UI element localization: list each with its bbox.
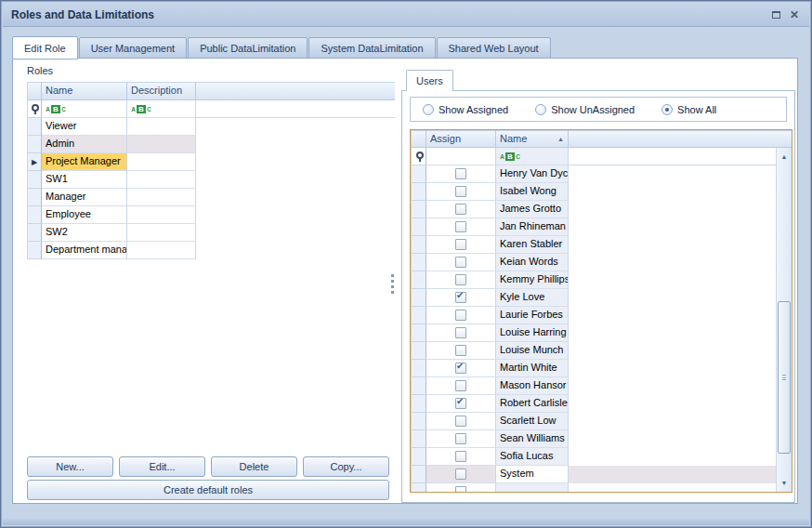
user-name-cell[interactable]: Karen Stabler — [496, 236, 569, 254]
user-name-cell[interactable]: Kyle Love — [496, 289, 569, 307]
user-assign-cell[interactable] — [426, 430, 496, 448]
role-table-row[interactable]: Admin — [27, 136, 395, 153]
delete-button[interactable]: Delete — [211, 456, 297, 477]
user-name-cell[interactable]: Kemmy Phillips — [496, 271, 569, 289]
role-name-cell[interactable]: Department mana — [42, 242, 127, 259]
roles-name-column-header[interactable]: Name — [42, 82, 127, 100]
role-table-row[interactable]: Department mana — [27, 242, 395, 259]
user-assign-cell[interactable]: ✔ — [426, 360, 496, 377]
role-table-row[interactable]: SW2 — [27, 224, 395, 242]
scroll-up-icon[interactable]: ▲ — [777, 150, 792, 164]
user-name-cell[interactable]: System — [496, 466, 569, 483]
assign-checkbox[interactable] — [455, 451, 466, 462]
user-table-row[interactable]: Sofia Lucas — [411, 448, 776, 466]
user-table-row[interactable]: Henry Van Dyc — [411, 165, 776, 183]
radio-button-icon[interactable] — [661, 104, 673, 115]
user-table-row[interactable]: Scarlett Low — [411, 413, 776, 430]
role-name-cell[interactable]: Project Manager — [42, 153, 127, 171]
users-grid-scrollbar[interactable]: ▲ ▼ — [776, 148, 792, 492]
assign-checkbox[interactable] — [455, 469, 466, 480]
role-description-cell[interactable] — [127, 136, 196, 153]
user-name-cell[interactable]: Henry Van Dyc — [496, 165, 569, 183]
role-table-row[interactable]: ▶ Project Manager — [27, 153, 395, 171]
role-description-cell[interactable] — [127, 206, 196, 224]
role-name-cell[interactable]: Viewer — [42, 118, 127, 136]
assign-checkbox[interactable] — [455, 221, 466, 232]
assign-checkbox[interactable] — [455, 416, 466, 427]
users-assign-filter-cell[interactable] — [426, 148, 496, 165]
role-name-cell[interactable]: Admin — [42, 136, 127, 153]
radio-button-icon[interactable] — [423, 104, 434, 115]
user-assign-cell[interactable] — [426, 448, 496, 466]
user-assign-cell[interactable] — [426, 377, 496, 395]
edit-button[interactable]: Edit... — [119, 456, 205, 477]
role-description-cell[interactable] — [127, 224, 196, 242]
user-name-cell[interactable]: Robert Carlisle — [496, 395, 569, 413]
user-table-row[interactable]: Keian Words — [411, 254, 776, 271]
role-name-cell[interactable]: Employee — [42, 206, 127, 224]
assign-checkbox[interactable] — [455, 257, 466, 268]
user-assign-cell[interactable] — [426, 483, 496, 492]
user-assign-cell[interactable]: ✔ — [426, 395, 496, 413]
user-table-row[interactable]: Louise Munch — [411, 342, 776, 360]
user-assign-cell[interactable] — [426, 271, 496, 289]
user-name-cell[interactable]: James Grotto — [496, 201, 569, 218]
roles-name-filter-cell[interactable]: ABC — [42, 100, 127, 118]
user-name-cell[interactable]: Sean Williams — [496, 430, 569, 448]
user-assign-cell[interactable] — [426, 201, 496, 218]
user-name-cell[interactable]: Sofia Lucas — [496, 448, 569, 466]
assign-checkbox[interactable] — [455, 486, 466, 492]
user-assign-cell[interactable] — [426, 218, 496, 236]
title-bar[interactable]: Roles and Data Limitations ✕ — [3, 3, 809, 27]
create-default-roles-button[interactable]: Create default roles — [27, 480, 389, 500]
radio-show-all[interactable]: Show All — [661, 104, 716, 115]
user-assign-cell[interactable] — [426, 413, 496, 430]
copy-button[interactable]: Copy... — [303, 456, 389, 477]
role-description-cell[interactable] — [127, 189, 196, 206]
user-table-row[interactable]: Laurie Forbes — [411, 307, 776, 324]
user-assign-cell[interactable] — [426, 236, 496, 254]
radio-show-assigned[interactable]: Show Assigned — [423, 104, 508, 115]
user-assign-cell[interactable] — [426, 342, 496, 360]
user-assign-cell[interactable] — [426, 165, 496, 183]
tab-edit-role[interactable]: Edit Role — [12, 36, 78, 59]
user-name-cell[interactable]: Isabel Wong — [496, 183, 569, 201]
user-table-row[interactable]: ✔ Kyle Love — [411, 289, 776, 307]
tab-users[interactable]: Users — [406, 70, 453, 91]
user-name-cell[interactable]: Scarlett Low — [496, 413, 569, 430]
role-name-cell[interactable]: Manager — [42, 189, 127, 206]
user-table-row[interactable]: ✔ Martin White — [411, 360, 776, 377]
users-name-filter-cell[interactable]: ABC — [496, 148, 569, 165]
assign-checkbox[interactable] — [455, 380, 466, 391]
user-table-row[interactable] — [411, 483, 776, 492]
role-description-cell[interactable] — [127, 153, 196, 171]
role-table-row[interactable]: Viewer — [27, 118, 395, 136]
user-name-cell[interactable]: Laurie Forbes — [496, 307, 569, 324]
user-table-row[interactable]: Isabel Wong — [411, 183, 776, 201]
assign-checkbox[interactable] — [455, 310, 466, 321]
user-assign-cell[interactable] — [426, 466, 496, 483]
tab-shared-web-layout[interactable]: Shared Web Layout — [437, 37, 551, 59]
scroll-down-icon[interactable]: ▼ — [777, 476, 792, 490]
user-table-row[interactable]: Jan Rhineman — [411, 218, 776, 236]
role-name-cell[interactable]: SW1 — [42, 171, 127, 189]
assign-checkbox[interactable]: ✔ — [455, 363, 466, 374]
radio-button-icon[interactable] — [535, 104, 546, 115]
role-table-row[interactable]: SW1 — [27, 171, 395, 189]
assign-checkbox[interactable] — [455, 345, 466, 356]
assign-checkbox[interactable] — [455, 327, 466, 338]
user-table-row[interactable]: Kemmy Phillips — [411, 271, 776, 289]
user-name-cell[interactable]: Louise Munch — [496, 342, 569, 360]
role-name-cell[interactable]: SW2 — [42, 224, 127, 242]
tab-system-datalimitation[interactable]: System DataLimitation — [308, 37, 435, 59]
user-assign-cell[interactable] — [426, 324, 496, 342]
radio-show-unassigned[interactable]: Show UnAssigned — [535, 104, 635, 115]
close-button[interactable]: ✕ — [785, 7, 804, 23]
user-assign-cell[interactable] — [426, 183, 496, 201]
user-name-cell[interactable]: Mason Hansor — [496, 377, 569, 395]
roles-description-filter-cell[interactable]: ABC — [127, 100, 196, 118]
user-assign-cell[interactable] — [426, 254, 496, 271]
user-table-row[interactable]: Sean Williams — [411, 430, 776, 448]
user-table-row[interactable]: Louise Harring — [411, 324, 776, 342]
maximize-button[interactable] — [766, 7, 785, 23]
